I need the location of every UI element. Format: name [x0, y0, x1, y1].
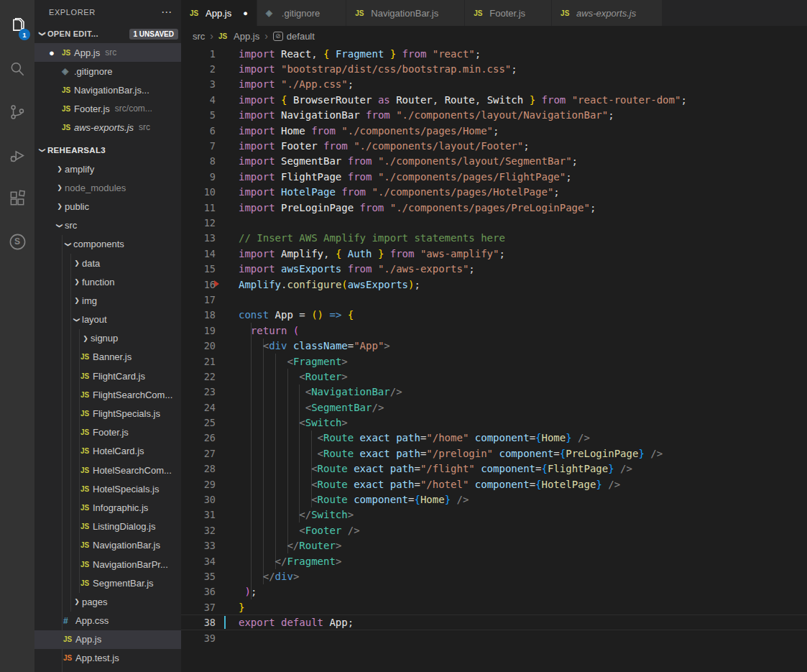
run-debug-icon[interactable] [0, 134, 34, 177]
tree-file-flightcard-js[interactable]: JSFlightCard.js [34, 367, 181, 385]
open-editor-item[interactable]: JSaws-exports.jssrc [34, 118, 181, 137]
file-name: pages [82, 597, 107, 607]
tab-navigationbar-js[interactable]: JSNavigationBar.js [346, 0, 465, 26]
tree-file-footer-js[interactable]: JSFooter.js [34, 423, 181, 442]
code-line[interactable]: 33 </Router> [181, 538, 807, 553]
code-line[interactable]: 25 <Switch> [181, 415, 807, 430]
tree-file-flightsearchcom-[interactable]: JSFlightSearchCom... [34, 385, 181, 404]
tree-folder-node-modules[interactable]: ❯node_modules [34, 178, 181, 197]
code-line[interactable]: 15import awsExports from "./aws-exports"… [181, 261, 807, 276]
open-editor-item[interactable]: ●JSApp.jssrc [34, 43, 181, 62]
code-line[interactable]: 1import React, { Fragment } from "react"… [181, 46, 807, 61]
code-line[interactable]: 35 </div> [181, 569, 807, 584]
s-extension-icon[interactable]: S [0, 220, 34, 263]
code-text: import SegmentBar from "./components/lay… [239, 155, 578, 167]
code-text: </Fragment> [239, 556, 341, 567]
code-line[interactable]: 26 <Route exact path="/home" component={… [181, 431, 807, 446]
tree-file-hotelsearchcom-[interactable]: JSHotelSearchCom... [34, 461, 181, 479]
code-line[interactable]: 31 </Switch> [181, 507, 807, 523]
tree-file-flightspecials-js[interactable]: JSFlightSpecials.js [34, 404, 181, 423]
tree-file-app-css[interactable]: #App.css [34, 612, 181, 630]
tree-folder-pages[interactable]: ❯pages [34, 592, 181, 611]
code-line[interactable]: 36 ); [181, 584, 807, 599]
code-line[interactable]: 24 <SegmentBar/> [181, 400, 807, 415]
line-number: 5 [181, 109, 216, 121]
code-line[interactable]: 29 <Route exact path="/hotel" component=… [181, 477, 807, 492]
code-line[interactable]: 8import SegmentBar from "./components/la… [181, 154, 807, 169]
code-line[interactable]: 20 <div className="App"> [181, 338, 807, 353]
code-line[interactable]: 22 <Router> [181, 369, 807, 384]
tab-aws-exports-js[interactable]: JSaws-exports.js [552, 0, 663, 26]
explorer-icon[interactable]: 1 [0, 4, 34, 47]
tree-folder-img[interactable]: ❯img [34, 291, 181, 310]
code-line[interactable]: 39 [181, 630, 807, 645]
chevron-right-icon: ❯ [80, 335, 91, 342]
code-line[interactable]: 12 [181, 215, 807, 230]
code-line[interactable]: 9import FlightPage from "./components/pa… [181, 169, 807, 184]
workspace-header[interactable]: ❯ REHEARSAL3 [34, 141, 181, 160]
tree-file-hotelcard-js[interactable]: JSHotelCard.js [34, 442, 181, 461]
tab-footer-js[interactable]: JSFooter.js [465, 0, 552, 26]
code-line[interactable]: 38export default App; [181, 615, 807, 630]
tab--gitignore[interactable]: ◈.gitignore [257, 0, 346, 26]
tree-file-infographic-js[interactable]: JSInfographic.js [34, 498, 181, 517]
tree-file-listingdialog-js[interactable]: JSListingDialog.js [34, 517, 181, 536]
code-line[interactable]: 11import PreLoginPage from "./components… [181, 200, 807, 215]
code-line[interactable]: 7import Footer from "./components/layout… [181, 138, 807, 153]
code-line[interactable]: 19 return ( [181, 323, 807, 338]
tree-folder-amplify[interactable]: ❯amplify [34, 160, 181, 178]
tree-file-banner-js[interactable]: JSBanner.js [34, 348, 181, 367]
breadcrumb: src›JSApp.js›⊘default [181, 26, 807, 46]
code-line[interactable]: 5import NavigationBar from "./components… [181, 108, 807, 123]
code-line[interactable]: 32 <Footer /> [181, 523, 807, 538]
tree-folder-layout[interactable]: ❯layout [34, 310, 181, 329]
js-file-icon: JS [80, 428, 93, 436]
tree-folder-public[interactable]: ❯public [34, 197, 181, 216]
source-control-icon[interactable] [0, 91, 34, 134]
open-editor-item[interactable]: JSNavigationBar.js... [34, 80, 181, 99]
tree-folder-signup[interactable]: ❯signup [34, 329, 181, 348]
code-line[interactable]: 30 <Route component={Home} /> [181, 492, 807, 507]
open-editor-item[interactable]: JSFooter.jssrc/com... [34, 99, 181, 118]
code-line[interactable]: 3import "./App.css"; [181, 77, 807, 92]
open-editors-header[interactable]: ❯ OPEN EDIT... 1 UNSAVED [34, 24, 181, 43]
code-line[interactable]: 18const App = () => { [181, 308, 807, 323]
code-line[interactable]: 37} [181, 599, 807, 615]
code-line[interactable]: 17 [181, 292, 807, 307]
code-line[interactable]: 4import { BrowserRouter as Router, Route… [181, 92, 807, 107]
views-more-actions-icon[interactable]: ⋯ [161, 6, 172, 19]
tree-file-app-js[interactable]: JSApp.js [34, 630, 181, 649]
breadcrumb-item-src[interactable]: src [193, 31, 205, 42]
breadcrumb-item-app-js[interactable]: JSApp.js [218, 31, 259, 42]
code-line[interactable]: 23 <NavigationBar/> [181, 385, 807, 400]
code-line[interactable]: 34 </Fragment> [181, 553, 807, 569]
code-line[interactable]: 13// Insert AWS Amplify import statement… [181, 231, 807, 246]
tree-folder-src[interactable]: ❯src [34, 216, 181, 235]
file-name: Banner.js [93, 351, 132, 362]
breadcrumb-item-default[interactable]: ⊘default [273, 31, 315, 42]
tab-app-js[interactable]: JSApp.js● [181, 0, 257, 26]
tree-file-navigationbarpr-[interactable]: JSNavigationBarPr... [34, 555, 181, 574]
tree-file-segmentbar-js[interactable]: JSSegmentBar.js [34, 574, 181, 592]
tree-file-hotelspecials-js[interactable]: JSHotelSpecials.js [34, 479, 181, 498]
tree-file-app-test-js[interactable]: JSApp.test.js [34, 649, 181, 668]
code-line[interactable]: 16Amplify.configure(awsExports); [181, 277, 807, 292]
file-tree: ❯amplify❯node_modules❯public❯src❯compone… [34, 160, 181, 668]
search-icon[interactable] [0, 47, 34, 91]
file-path-suffix: src/com... [115, 103, 152, 114]
code-line[interactable]: 10import HotelPage from "./components/pa… [181, 185, 807, 200]
code-line[interactable]: 28 <Route exact path="/flight" component… [181, 461, 807, 477]
code-editor[interactable]: 1import React, { Fragment } from "react"… [181, 46, 807, 672]
code-line[interactable]: 21 <Fragment> [181, 354, 807, 369]
tree-file-navigationbar-js[interactable]: JSNavigationBar.js [34, 536, 181, 555]
open-editor-item[interactable]: ◈.gitignore [34, 62, 181, 80]
tree-folder-function[interactable]: ❯function [34, 272, 181, 291]
extensions-icon[interactable] [0, 177, 34, 220]
code-line[interactable]: 27 <Route exact path="/prelogin" compone… [181, 446, 807, 461]
tree-folder-components[interactable]: ❯components [34, 235, 181, 254]
code-line[interactable]: 6import Home from "./components/pages/Ho… [181, 123, 807, 138]
code-line[interactable]: 2import "bootstrap/dist/css/bootstrap.mi… [181, 61, 807, 76]
code-line[interactable]: 14import Amplify, { Auth } from "aws-amp… [181, 246, 807, 261]
code-text: import Home from "./components/pages/Hom… [239, 125, 499, 137]
tree-folder-data[interactable]: ❯data [34, 254, 181, 272]
